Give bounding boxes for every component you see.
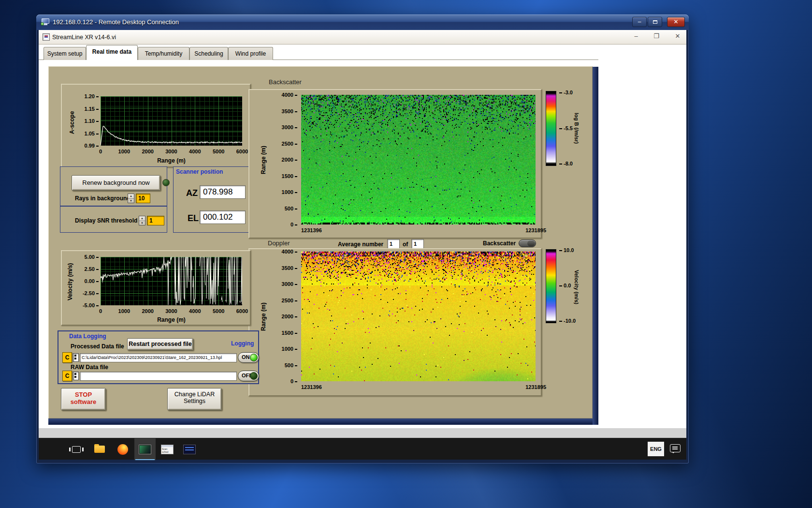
axis-tick-label: 1.15: [74, 105, 99, 112]
raw-path-field[interactable]: [80, 372, 237, 381]
axis-tick-label: 1000: [271, 189, 297, 195]
stop-line2: software: [61, 398, 105, 405]
axis-tick-label: 1000: [113, 148, 136, 155]
scanner-position-box: Scanner position AZ 078.998 EL 000.102: [173, 166, 249, 233]
average-number-field[interactable]: 1: [387, 239, 400, 249]
language-indicator[interactable]: ENG: [648, 442, 664, 456]
az-value-field[interactable]: 078.998: [200, 185, 246, 199]
scanner-position-title: Scanner position: [176, 168, 223, 175]
backscatter-toggle[interactable]: [519, 239, 536, 247]
renew-status-led: [162, 179, 170, 186]
el-label: EL: [188, 213, 199, 224]
axis-tick-label: -10.0: [559, 317, 576, 324]
rays-spinner[interactable]: ▲▼: [128, 194, 134, 203]
axis-tick-label: -2.50: [74, 290, 99, 297]
stop-software-button[interactable]: STOP software: [61, 388, 106, 410]
raw-logging-led: [250, 372, 258, 380]
axis-tick-label: 2500: [271, 297, 297, 304]
axis-tick-label: -8.0: [559, 160, 573, 167]
task-view-icon: [72, 446, 81, 453]
snr-spinner[interactable]: ▲▼: [139, 216, 145, 225]
average-of-field[interactable]: 1: [411, 239, 424, 249]
stop-line1: STOP: [61, 391, 105, 398]
rdp-close-button[interactable]: ✕: [667, 17, 685, 27]
axis-tick-label: 3000: [160, 148, 183, 155]
app-close-button[interactable]: ✕: [671, 32, 684, 42]
desktop: 192.168.0.122 - Remote Desktop Connectio…: [0, 0, 812, 508]
processed-data-file-label: Processed Data file: [71, 343, 124, 350]
processed-logging-toggle[interactable]: ON: [238, 352, 259, 363]
axis-tick-label: 4000: [271, 91, 297, 98]
doppler-colorbar-area: 10.00.0-10.0 Velocity (m/s): [546, 248, 584, 326]
tab-temp-humidity[interactable]: Temp/humidity: [138, 47, 189, 60]
backscatter-colorbar-area: -3.0-5.5-8.0 log B (/m/sr): [546, 90, 584, 168]
axis-tick-label: 6000: [231, 308, 254, 314]
backscatter-ylabel: Range (m): [260, 129, 267, 192]
doppler-heatmap: [301, 252, 536, 381]
velocity-xticks: 0100020003000400050006000: [62, 308, 250, 314]
restart-processed-file-button[interactable]: Restart processed file: [127, 338, 193, 350]
processed-path-field[interactable]: C:\Lidar\Data\Proc\2023\202309\20230921\…: [80, 353, 237, 362]
raw-path-browse-icon[interactable]: [73, 372, 79, 380]
axis-tick-label: 500: [271, 362, 297, 369]
folder-icon: [94, 446, 105, 453]
schedule-window-icon: [183, 445, 196, 454]
axis-tick-label: 5.00: [74, 254, 99, 260]
backscatter-toggle-label: Backscatter: [483, 240, 516, 247]
az-label: AZ: [186, 188, 198, 198]
backscatter-colorbar: [546, 91, 556, 166]
el-value-field[interactable]: 000.102: [200, 210, 246, 224]
velocity-ylabel: Velocity (m/s): [67, 255, 73, 308]
axis-tick-label: 4000: [271, 248, 297, 255]
tab-system-setup[interactable]: System setup: [44, 47, 86, 60]
rdp-titlebar[interactable]: 192.168.0.122 - Remote Desktop Connectio…: [36, 15, 689, 30]
logging-label: Logging: [231, 340, 254, 347]
scan-schedule-button[interactable]: Scan sched: [157, 438, 178, 460]
tab-scheduling[interactable]: Scheduling: [189, 47, 228, 60]
ascope-xticks: 0100020003000400050006000: [62, 148, 250, 155]
raw-logging-toggle[interactable]: OFF: [238, 371, 259, 381]
axis-tick-label: 3500: [271, 265, 297, 271]
app-restore-button[interactable]: ❐: [650, 32, 663, 42]
snr-value-field[interactable]: 1: [147, 216, 164, 225]
processed-path-browse-icon[interactable]: [73, 353, 79, 362]
processed-logging-led: [250, 354, 258, 361]
rays-value-field[interactable]: 10: [136, 194, 150, 203]
backscatter-colorbar-label: log B (/m/sr): [574, 96, 580, 161]
processed-drive-box[interactable]: C: [62, 352, 72, 363]
tab-real-time-data[interactable]: Real time data: [86, 45, 138, 60]
renew-background-button[interactable]: Renew background now: [72, 175, 160, 191]
rdp-title: 192.168.0.122 - Remote Desktop Connectio…: [53, 18, 179, 26]
rays-in-background-label: Rays in background: [75, 195, 130, 202]
change-line1: Change LiDAR: [168, 391, 221, 398]
backscatter-heatmap: [301, 95, 536, 224]
app-minimize-button[interactable]: –: [629, 32, 643, 42]
doppler-colorbar: [546, 249, 556, 323]
schedule-window-button[interactable]: [179, 438, 200, 460]
rdp-maximize-button[interactable]: [648, 17, 662, 27]
axis-tick-label: 0: [89, 148, 112, 155]
axis-tick-label: 1000: [271, 345, 297, 352]
active-app-icon: [139, 445, 151, 454]
task-view-button[interactable]: [66, 438, 87, 460]
rdp-minimize-button[interactable]: –: [632, 17, 647, 27]
velocity-plot: [101, 257, 242, 305]
data-logging-title: Data Logging: [69, 333, 106, 340]
axis-tick-label: 3000: [271, 281, 297, 287]
chat-bubble-icon[interactable]: [670, 444, 681, 452]
tab-wind-profile[interactable]: Wind profile: [228, 47, 273, 60]
doppler-plot-group: Range (m) 400035003000250020001500100050…: [248, 248, 542, 396]
change-lidar-settings-button[interactable]: Change LiDAR Settings: [167, 388, 222, 410]
file-explorer-button[interactable]: [89, 438, 110, 460]
active-app-button[interactable]: [134, 438, 156, 460]
firefox-button[interactable]: [112, 438, 133, 460]
axis-tick-label: -5.5: [559, 125, 573, 132]
ascope-plot-group: A-scope 1.201.151.101.050.99 01000200030…: [61, 84, 251, 167]
backscatter-section-title: Backscatter: [269, 78, 302, 86]
snr-threshold-box: Display SNR threshold ▲▼ 1: [60, 206, 167, 233]
axis-tick-label: 0.0: [559, 282, 571, 289]
axis-tick-label: 3500: [271, 108, 297, 115]
raw-drive-box[interactable]: C: [62, 371, 72, 381]
axis-tick-label: 0: [271, 378, 297, 385]
app-titlebar[interactable]: StreamLine XR v14-6.vi: [39, 30, 686, 45]
